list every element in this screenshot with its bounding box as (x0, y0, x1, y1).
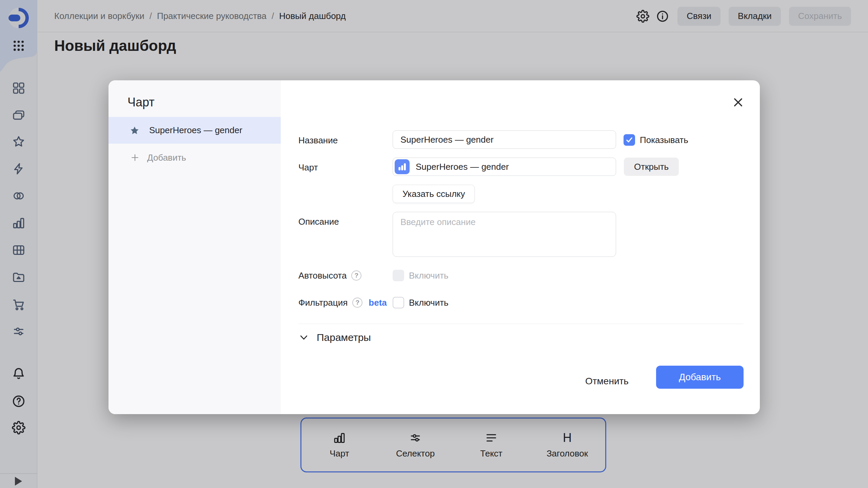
autoheight-checkbox-label: Включить (409, 270, 449, 281)
add-chart-dialog: Чарт SuperHeroes — gender Добавить Назва… (108, 80, 760, 414)
chart-select-field[interactable]: SuperHeroes — gender (393, 158, 616, 176)
filtering-row: Фильтрация ? beta (298, 297, 387, 309)
add-chart-label: Добавить (147, 152, 186, 163)
autoheight-row: Автовысота ? (298, 269, 361, 282)
description-textarea[interactable] (393, 212, 616, 257)
dialog-form: Название Показывать Чарт SuperHeroes — g… (281, 80, 760, 414)
chart-label: Чарт (298, 162, 318, 173)
autoheight-label: Автовысота (298, 270, 347, 281)
chart-field-value: SuperHeroes — gender (416, 162, 509, 172)
app-screen: Коллекции и воркбуки / Практические руко… (0, 0, 868, 488)
name-input[interactable] (393, 130, 616, 149)
cancel-button[interactable]: Отменить (579, 372, 635, 391)
filtering-checkbox-label[interactable]: Включить (409, 298, 449, 308)
autoheight-toggle-row: Включить (393, 269, 449, 282)
filtering-toggle-row: Включить (393, 297, 449, 309)
beta-badge: beta (369, 298, 387, 308)
chart-list-item-label: SuperHeroes — gender (149, 125, 242, 136)
specify-link-button[interactable]: Указать ссылку (393, 185, 475, 203)
show-checkbox-row: Показывать (624, 134, 688, 146)
name-label: Название (298, 135, 338, 146)
plus-icon (130, 153, 140, 162)
chart-icon (395, 159, 410, 174)
form-divider (298, 324, 744, 324)
dialog-chart-list-panel: Чарт SuperHeroes — gender Добавить (108, 80, 281, 414)
description-label: Описание (298, 217, 339, 227)
parameters-label: Параметры (317, 332, 371, 343)
filtering-checkbox[interactable] (393, 297, 404, 308)
filtering-label: Фильтрация (298, 298, 348, 308)
chevron-down-icon (298, 332, 309, 343)
close-icon[interactable] (732, 96, 745, 109)
autoheight-help-icon[interactable]: ? (351, 270, 361, 281)
add-chart-button[interactable]: Добавить (108, 149, 281, 166)
star-icon (130, 125, 140, 136)
add-button[interactable]: Добавить (656, 366, 744, 389)
parameters-section-toggle[interactable]: Параметры (298, 332, 371, 343)
dialog-title: Чарт (127, 95, 155, 109)
chart-list-item-selected[interactable]: SuperHeroes — gender (108, 117, 281, 144)
filtering-help-icon[interactable]: ? (352, 298, 362, 308)
show-checkbox[interactable] (624, 134, 635, 146)
show-checkbox-label[interactable]: Показывать (640, 135, 688, 145)
autoheight-checkbox[interactable] (393, 270, 404, 281)
open-chart-button[interactable]: Открыть (624, 158, 679, 176)
